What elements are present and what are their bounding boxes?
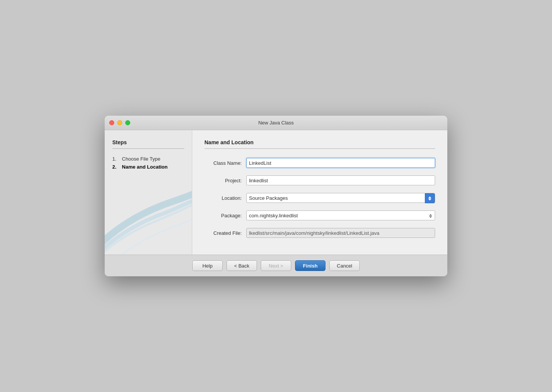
watermark — [105, 178, 192, 255]
project-input[interactable] — [246, 175, 435, 185]
step-2-number: 2. — [112, 164, 116, 170]
package-select-wrapper[interactable]: com.nightsky.linkedlist — [246, 210, 435, 220]
back-button[interactable]: < Back — [227, 260, 257, 271]
package-label: Package: — [204, 213, 246, 218]
package-arrow-up-icon — [429, 214, 432, 216]
step-1-number: 1. — [112, 156, 116, 162]
dialog-body: Steps 1. Choose File Type 2. Name and Lo… — [105, 130, 447, 255]
steps-panel: Steps 1. Choose File Type 2. Name and Lo… — [105, 130, 192, 255]
created-file-label: Created File: — [204, 230, 246, 236]
created-file-row: Created File: — [204, 228, 435, 238]
class-name-label: Class Name: — [204, 160, 246, 166]
location-label: Location: — [204, 195, 246, 201]
step-2-label: Name and Location — [122, 164, 168, 170]
package-arrows-icon — [429, 214, 432, 218]
window-controls — [109, 120, 130, 125]
package-row: Package: com.nightsky.linkedlist — [204, 210, 435, 220]
minimize-button[interactable] — [117, 120, 122, 125]
location-row: Location: Source Packages — [204, 193, 435, 203]
class-name-input[interactable] — [246, 158, 435, 168]
watermark-svg — [105, 178, 192, 255]
class-name-row: Class Name: — [204, 158, 435, 168]
location-select-wrapper[interactable]: Source Packages — [246, 193, 435, 203]
step-2: 2. Name and Location — [112, 163, 184, 171]
steps-title: Steps — [112, 139, 184, 149]
location-select-text: Source Packages — [247, 195, 435, 201]
dialog-window: New Java Class Steps 1. Choose File Type… — [105, 116, 447, 276]
title-bar: New Java Class — [105, 116, 447, 130]
package-arrow-down-icon — [429, 216, 432, 218]
close-button[interactable] — [109, 120, 114, 125]
footer-bar: Help < Back Next > Finish Cancel — [105, 255, 447, 276]
next-button[interactable]: Next > — [261, 260, 291, 271]
created-file-input — [246, 228, 435, 238]
help-button[interactable]: Help — [192, 260, 223, 271]
arrow-up-icon — [428, 196, 431, 198]
step-1-label: Choose File Type — [122, 156, 160, 162]
project-row: Project: — [204, 175, 435, 185]
maximize-button[interactable] — [125, 120, 130, 125]
cancel-button[interactable]: Cancel — [329, 260, 360, 271]
section-title: Name and Location — [204, 139, 435, 149]
package-dropdown-button[interactable] — [426, 211, 435, 221]
finish-button[interactable]: Finish — [295, 260, 325, 271]
package-select-text: com.nightsky.linkedlist — [247, 213, 435, 218]
location-dropdown-button[interactable] — [425, 193, 435, 203]
arrow-down-icon — [428, 199, 431, 201]
project-label: Project: — [204, 178, 246, 183]
main-panel: Name and Location Class Name: Project: L… — [192, 130, 447, 255]
location-arrows-icon — [428, 196, 431, 201]
window-title: New Java Class — [258, 120, 294, 126]
step-1: 1. Choose File Type — [112, 155, 184, 163]
